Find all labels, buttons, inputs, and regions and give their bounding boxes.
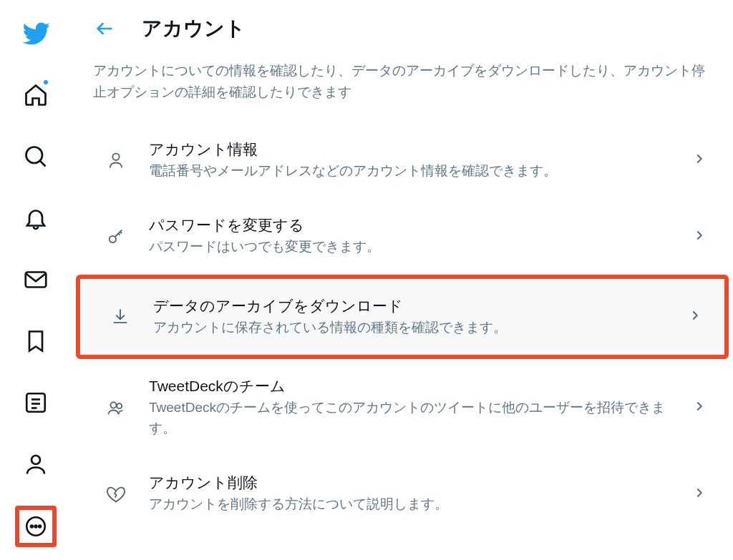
option-text: パスワードを変更する パスワードはいつでも変更できます。 — [149, 215, 680, 257]
more-icon — [24, 514, 48, 539]
people-icon — [100, 398, 132, 418]
page-description: アカウントについての情報を確認したり、データのアーカイブをダウンロードしたり、ア… — [72, 60, 733, 122]
option-tweetdeck-teams[interactable]: TweetDeckのチーム TweetDeckのチームを使ってこのアカウントのツ… — [72, 359, 733, 456]
option-download-archive[interactable]: データのアーカイブをダウンロード アカウントに保存されている情報の種類を確認でき… — [76, 275, 729, 360]
list-icon — [23, 390, 49, 416]
option-text: TweetDeckのチーム TweetDeckのチームを使ってこのアカウントのツ… — [149, 376, 680, 438]
svg-point-15 — [110, 402, 116, 408]
broken-heart-icon — [100, 484, 132, 504]
option-desc: 電話番号やメールアドレスなどのアカウント情報を確認できます。 — [149, 161, 680, 182]
nav-notifications[interactable] — [15, 197, 57, 239]
chevron-right-icon — [691, 398, 707, 417]
chevron-right-icon — [691, 227, 707, 246]
options-list: アカウント情報 電話番号やメールアドレスなどのアカウント情報を確認できます。 パ… — [72, 122, 733, 532]
person-outline-icon — [100, 150, 132, 170]
option-text: アカウント情報 電話番号やメールアドレスなどのアカウント情報を確認できます。 — [149, 139, 680, 182]
arrow-left-icon — [94, 19, 115, 39]
search-icon — [23, 144, 49, 170]
svg-point-9 — [31, 526, 33, 528]
svg-point-10 — [35, 526, 37, 528]
chevron-right-icon — [691, 151, 707, 170]
svg-point-7 — [31, 456, 40, 464]
option-desc: アカウントに保存されている情報の種類を確認できます。 — [153, 318, 676, 338]
nav-messages[interactable] — [15, 259, 57, 300]
nav-home[interactable] — [15, 74, 57, 116]
nav-explore[interactable] — [15, 136, 57, 177]
chevron-right-icon — [687, 308, 703, 326]
home-icon — [23, 82, 49, 108]
main-content: アカウント アカウントについての情報を確認したり、データのアーカイブをダウンロー… — [72, 0, 733, 560]
nav-more[interactable] — [15, 506, 57, 547]
nav-profile[interactable] — [15, 443, 57, 485]
page-title: アカウント — [142, 15, 246, 42]
svg-point-0 — [26, 147, 43, 164]
svg-point-11 — [39, 526, 41, 528]
svg-rect-2 — [26, 272, 47, 288]
option-text: アカウント削除 アカウントを削除する方法について説明します。 — [149, 473, 680, 515]
option-desc: パスワードはいつでも変更できます。 — [149, 237, 680, 257]
option-desc: TweetDeckのチームを使ってこのアカウントのツイートに他のユーザーを招待で… — [149, 398, 680, 438]
option-title: アカウント情報 — [149, 139, 680, 159]
page-header: アカウント — [72, 13, 733, 60]
svg-line-1 — [40, 161, 46, 167]
svg-point-14 — [110, 235, 116, 242]
option-title: パスワードを変更する — [149, 215, 680, 235]
svg-rect-3 — [26, 393, 45, 412]
nav-lists[interactable] — [15, 382, 57, 423]
home-notification-dot — [42, 79, 49, 86]
bell-icon — [23, 205, 49, 231]
person-icon — [23, 451, 49, 477]
option-account-info[interactable]: アカウント情報 電話番号やメールアドレスなどのアカウント情報を確認できます。 — [72, 122, 733, 199]
option-title: データのアーカイブをダウンロード — [153, 296, 676, 316]
nav-bookmarks[interactable] — [15, 320, 57, 362]
option-change-password[interactable]: パスワードを変更する パスワードはいつでも変更できます。 — [72, 198, 733, 275]
svg-point-13 — [112, 154, 119, 160]
sidebar — [0, 0, 72, 560]
nav-logo[interactable] — [15, 13, 57, 54]
bookmark-icon — [23, 328, 49, 354]
download-icon — [105, 307, 136, 327]
twitter-logo-icon — [21, 19, 50, 48]
key-icon — [100, 227, 132, 247]
envelope-icon — [23, 267, 49, 293]
option-title: TweetDeckのチーム — [149, 376, 680, 396]
chevron-right-icon — [691, 485, 707, 503]
svg-point-16 — [117, 403, 122, 408]
option-desc: アカウントを削除する方法について説明します。 — [149, 494, 680, 515]
back-button[interactable] — [89, 13, 120, 44]
option-text: データのアーカイブをダウンロード アカウントに保存されている情報の種類を確認でき… — [153, 296, 676, 338]
option-title: アカウント削除 — [149, 473, 680, 493]
option-deactivate-account[interactable]: アカウント削除 アカウントを削除する方法について説明します。 — [72, 456, 733, 532]
